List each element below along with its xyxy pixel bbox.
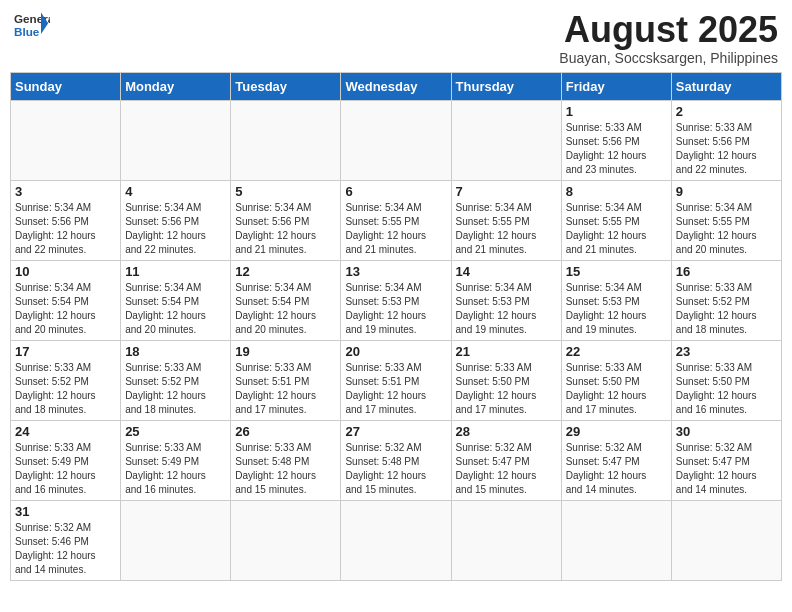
day-number: 15 <box>566 264 667 279</box>
day-info: Sunrise: 5:34 AM Sunset: 5:55 PM Dayligh… <box>456 201 557 257</box>
calendar-day-cell: 12Sunrise: 5:34 AM Sunset: 5:54 PM Dayli… <box>231 260 341 340</box>
calendar-day-cell: 20Sunrise: 5:33 AM Sunset: 5:51 PM Dayli… <box>341 340 451 420</box>
day-info: Sunrise: 5:32 AM Sunset: 5:46 PM Dayligh… <box>15 521 116 577</box>
calendar-day-cell: 21Sunrise: 5:33 AM Sunset: 5:50 PM Dayli… <box>451 340 561 420</box>
calendar-week-row: 24Sunrise: 5:33 AM Sunset: 5:49 PM Dayli… <box>11 420 782 500</box>
calendar-day-cell: 11Sunrise: 5:34 AM Sunset: 5:54 PM Dayli… <box>121 260 231 340</box>
calendar-day-cell <box>231 500 341 580</box>
day-number: 22 <box>566 344 667 359</box>
day-header-friday: Friday <box>561 72 671 100</box>
calendar-day-cell: 5Sunrise: 5:34 AM Sunset: 5:56 PM Daylig… <box>231 180 341 260</box>
calendar-day-cell: 10Sunrise: 5:34 AM Sunset: 5:54 PM Dayli… <box>11 260 121 340</box>
calendar-day-cell: 31Sunrise: 5:32 AM Sunset: 5:46 PM Dayli… <box>11 500 121 580</box>
day-number: 2 <box>676 104 777 119</box>
calendar-table: SundayMondayTuesdayWednesdayThursdayFrid… <box>10 72 782 581</box>
calendar-day-cell <box>121 500 231 580</box>
calendar-week-row: 17Sunrise: 5:33 AM Sunset: 5:52 PM Dayli… <box>11 340 782 420</box>
calendar-week-row: 31Sunrise: 5:32 AM Sunset: 5:46 PM Dayli… <box>11 500 782 580</box>
day-info: Sunrise: 5:33 AM Sunset: 5:52 PM Dayligh… <box>676 281 777 337</box>
calendar-day-cell: 19Sunrise: 5:33 AM Sunset: 5:51 PM Dayli… <box>231 340 341 420</box>
day-number: 9 <box>676 184 777 199</box>
day-number: 12 <box>235 264 336 279</box>
day-number: 21 <box>456 344 557 359</box>
calendar-day-cell: 7Sunrise: 5:34 AM Sunset: 5:55 PM Daylig… <box>451 180 561 260</box>
day-header-thursday: Thursday <box>451 72 561 100</box>
calendar-day-cell: 2Sunrise: 5:33 AM Sunset: 5:56 PM Daylig… <box>671 100 781 180</box>
day-header-monday: Monday <box>121 72 231 100</box>
day-number: 8 <box>566 184 667 199</box>
day-info: Sunrise: 5:34 AM Sunset: 5:55 PM Dayligh… <box>676 201 777 257</box>
day-number: 4 <box>125 184 226 199</box>
day-info: Sunrise: 5:32 AM Sunset: 5:47 PM Dayligh… <box>456 441 557 497</box>
day-header-wednesday: Wednesday <box>341 72 451 100</box>
day-number: 11 <box>125 264 226 279</box>
page-container: General Blue August 2025 Buayan, Soccsks… <box>10 10 782 581</box>
calendar-week-row: 3Sunrise: 5:34 AM Sunset: 5:56 PM Daylig… <box>11 180 782 260</box>
calendar-day-cell: 23Sunrise: 5:33 AM Sunset: 5:50 PM Dayli… <box>671 340 781 420</box>
day-info: Sunrise: 5:33 AM Sunset: 5:50 PM Dayligh… <box>676 361 777 417</box>
header: General Blue August 2025 Buayan, Soccsks… <box>10 10 782 66</box>
day-number: 23 <box>676 344 777 359</box>
day-number: 27 <box>345 424 446 439</box>
day-info: Sunrise: 5:34 AM Sunset: 5:53 PM Dayligh… <box>456 281 557 337</box>
day-number: 19 <box>235 344 336 359</box>
day-info: Sunrise: 5:33 AM Sunset: 5:48 PM Dayligh… <box>235 441 336 497</box>
calendar-day-cell: 3Sunrise: 5:34 AM Sunset: 5:56 PM Daylig… <box>11 180 121 260</box>
day-number: 3 <box>15 184 116 199</box>
day-info: Sunrise: 5:33 AM Sunset: 5:51 PM Dayligh… <box>235 361 336 417</box>
month-title: August 2025 <box>559 10 778 50</box>
location-subtitle: Buayan, Soccsksargen, Philippines <box>559 50 778 66</box>
day-info: Sunrise: 5:33 AM Sunset: 5:50 PM Dayligh… <box>456 361 557 417</box>
calendar-day-cell <box>451 500 561 580</box>
day-info: Sunrise: 5:34 AM Sunset: 5:56 PM Dayligh… <box>235 201 336 257</box>
calendar-day-cell: 15Sunrise: 5:34 AM Sunset: 5:53 PM Dayli… <box>561 260 671 340</box>
calendar-day-cell: 4Sunrise: 5:34 AM Sunset: 5:56 PM Daylig… <box>121 180 231 260</box>
day-info: Sunrise: 5:34 AM Sunset: 5:55 PM Dayligh… <box>566 201 667 257</box>
day-number: 28 <box>456 424 557 439</box>
calendar-week-row: 1Sunrise: 5:33 AM Sunset: 5:56 PM Daylig… <box>11 100 782 180</box>
day-info: Sunrise: 5:33 AM Sunset: 5:50 PM Dayligh… <box>566 361 667 417</box>
calendar-day-cell: 16Sunrise: 5:33 AM Sunset: 5:52 PM Dayli… <box>671 260 781 340</box>
calendar-day-cell: 18Sunrise: 5:33 AM Sunset: 5:52 PM Dayli… <box>121 340 231 420</box>
day-number: 1 <box>566 104 667 119</box>
calendar-day-cell: 1Sunrise: 5:33 AM Sunset: 5:56 PM Daylig… <box>561 100 671 180</box>
day-number: 30 <box>676 424 777 439</box>
calendar-day-cell: 22Sunrise: 5:33 AM Sunset: 5:50 PM Dayli… <box>561 340 671 420</box>
day-info: Sunrise: 5:34 AM Sunset: 5:54 PM Dayligh… <box>125 281 226 337</box>
logo: General Blue <box>14 10 50 40</box>
calendar-day-cell: 26Sunrise: 5:33 AM Sunset: 5:48 PM Dayli… <box>231 420 341 500</box>
calendar-day-cell: 28Sunrise: 5:32 AM Sunset: 5:47 PM Dayli… <box>451 420 561 500</box>
calendar-day-cell <box>231 100 341 180</box>
calendar-day-cell <box>561 500 671 580</box>
calendar-day-cell: 24Sunrise: 5:33 AM Sunset: 5:49 PM Dayli… <box>11 420 121 500</box>
day-number: 26 <box>235 424 336 439</box>
calendar-day-cell: 27Sunrise: 5:32 AM Sunset: 5:48 PM Dayli… <box>341 420 451 500</box>
day-info: Sunrise: 5:33 AM Sunset: 5:52 PM Dayligh… <box>15 361 116 417</box>
calendar-day-cell <box>341 500 451 580</box>
calendar-day-cell: 9Sunrise: 5:34 AM Sunset: 5:55 PM Daylig… <box>671 180 781 260</box>
day-info: Sunrise: 5:32 AM Sunset: 5:47 PM Dayligh… <box>676 441 777 497</box>
calendar-day-cell: 6Sunrise: 5:34 AM Sunset: 5:55 PM Daylig… <box>341 180 451 260</box>
day-number: 29 <box>566 424 667 439</box>
day-info: Sunrise: 5:32 AM Sunset: 5:47 PM Dayligh… <box>566 441 667 497</box>
day-number: 31 <box>15 504 116 519</box>
day-number: 20 <box>345 344 446 359</box>
calendar-day-cell: 13Sunrise: 5:34 AM Sunset: 5:53 PM Dayli… <box>341 260 451 340</box>
calendar-day-cell <box>121 100 231 180</box>
day-number: 14 <box>456 264 557 279</box>
day-number: 18 <box>125 344 226 359</box>
svg-text:Blue: Blue <box>14 25 40 38</box>
day-number: 6 <box>345 184 446 199</box>
logo-icon: General Blue <box>14 10 50 40</box>
day-number: 16 <box>676 264 777 279</box>
day-number: 13 <box>345 264 446 279</box>
calendar-day-cell <box>671 500 781 580</box>
day-number: 17 <box>15 344 116 359</box>
day-info: Sunrise: 5:33 AM Sunset: 5:51 PM Dayligh… <box>345 361 446 417</box>
day-info: Sunrise: 5:33 AM Sunset: 5:52 PM Dayligh… <box>125 361 226 417</box>
day-number: 24 <box>15 424 116 439</box>
calendar-day-cell: 17Sunrise: 5:33 AM Sunset: 5:52 PM Dayli… <box>11 340 121 420</box>
day-info: Sunrise: 5:34 AM Sunset: 5:53 PM Dayligh… <box>345 281 446 337</box>
calendar-day-cell <box>451 100 561 180</box>
calendar-day-cell: 8Sunrise: 5:34 AM Sunset: 5:55 PM Daylig… <box>561 180 671 260</box>
